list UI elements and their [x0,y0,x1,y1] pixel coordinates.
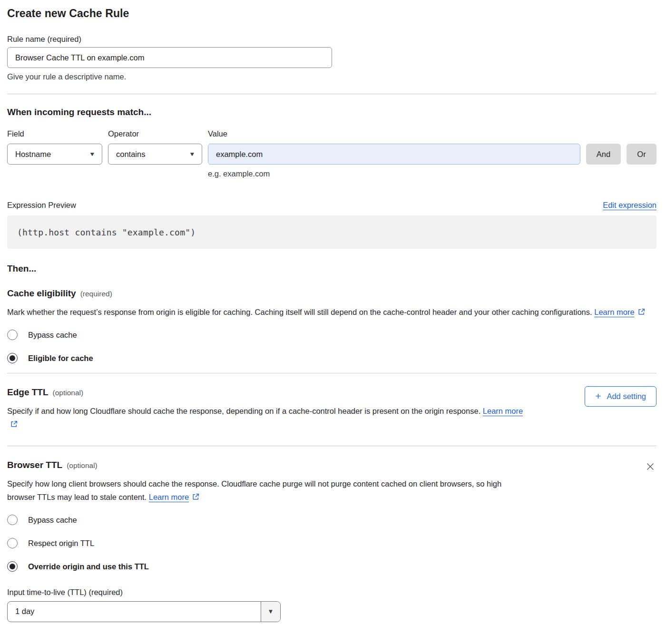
operator-select[interactable]: contains ▼ [108,144,202,165]
radio-circle-unchecked [7,515,18,525]
close-icon [645,461,656,472]
browser-ttl-description-text: Specify how long client browsers should … [7,479,501,502]
match-labels-row: Field Operator Value [7,128,656,139]
external-link-icon [637,308,646,316]
ttl-select[interactable]: 1 day ▼ [7,601,281,622]
ttl-input-label: Input time-to-live (TTL) (required) [7,586,656,598]
field-select[interactable]: Hostname ▼ [7,144,102,165]
radio-option-respect-origin-ttl[interactable]: Respect origin TTL [7,537,656,549]
edge-ttl-optional-badge: (optional) [53,389,84,397]
radio-option-label: Respect origin TTL [28,537,94,549]
value-hint: e.g. example.com [208,168,656,179]
expression-preview-code: (http.host contains "example.com") [7,215,656,249]
browser-ttl-learn-more-link[interactable]: Learn more [149,493,189,501]
value-label: Value [208,128,580,139]
add-setting-button[interactable]: + Add setting [585,386,656,407]
radio-circle-checked [7,353,18,363]
rule-name-help: Give your rule a descriptive name. [7,71,656,82]
browser-ttl-optional-badge: (optional) [67,461,98,470]
operator-select-value: contains [116,150,145,159]
radio-circle-checked [7,561,18,572]
radio-option-label: Bypass cache [28,514,77,526]
radio-circle-unchecked [7,330,18,340]
edge-ttl-heading: Edge TTL [7,386,49,399]
radio-option-bypass-cache[interactable]: Bypass cache [7,329,656,341]
edit-expression-link[interactable]: Edit expression [603,201,656,210]
plus-icon: + [595,391,601,401]
external-link-icon [192,493,200,501]
ttl-select-value: 1 day [8,602,261,622]
create-cache-rule-form: Create new Cache Rule Rule name (require… [0,0,666,631]
radio-option-label: Bypass cache [28,329,77,341]
radio-option-override-origin-ttl[interactable]: Override origin and use this TTL [7,561,656,572]
rule-name-label: Rule name (required) [7,33,656,45]
section-divider [7,94,656,94]
add-setting-label: Add setting [607,392,646,401]
match-heading: When incoming requests match... [7,106,656,118]
remove-browser-ttl-button[interactable] [644,460,656,474]
cache-eligibility-heading: Cache eligibility [7,287,76,300]
expression-preview-label: Expression Preview [7,199,76,211]
match-controls-row: Hostname ▼ contains ▼ And Or [7,144,656,165]
external-link-icon [10,420,18,428]
chevron-down-icon: ▼ [89,151,96,157]
cache-eligibility-required-badge: (required) [80,290,112,298]
field-select-value: Hostname [15,150,51,159]
cache-eligibility-description-text: Mark whether the request’s response from… [7,308,592,316]
edge-ttl-description-text: Specify if and how long Cloudflare shoul… [7,407,480,415]
radio-option-browser-bypass-cache[interactable]: Bypass cache [7,514,656,526]
browser-ttl-description: Specify how long client browsers should … [7,477,526,504]
chevron-down-icon: ▼ [261,602,280,622]
radio-option-label: Eligible for cache [28,352,93,364]
and-button[interactable]: And [586,144,621,165]
edge-ttl-learn-more-link[interactable]: Learn more [483,407,523,415]
then-heading: Then... [7,263,656,275]
cache-eligibility-learn-more-link[interactable]: Learn more [594,308,634,316]
value-input[interactable] [208,144,580,165]
radio-option-eligible-for-cache[interactable]: Eligible for cache [7,352,656,364]
field-label: Field [7,128,102,139]
radio-circle-unchecked [7,538,18,548]
rule-name-input[interactable] [7,47,332,68]
cache-eligibility-description: Mark whether the request’s response from… [7,305,647,319]
browser-ttl-heading: Browser TTL [7,459,62,471]
or-button[interactable]: Or [627,144,656,165]
edge-ttl-description: Specify if and how long Cloudflare shoul… [7,404,533,431]
radio-option-label: Override origin and use this TTL [28,561,149,572]
page-title: Create new Cache Rule [7,6,656,21]
operator-label: Operator [108,128,202,139]
chevron-down-icon: ▼ [189,151,196,157]
